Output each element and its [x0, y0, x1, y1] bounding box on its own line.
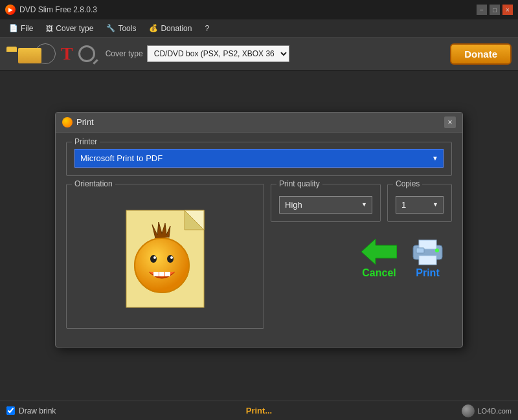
svg-rect-16 [416, 248, 424, 253]
copies-select-wrapper: 1 2 3 4 5 [396, 196, 444, 214]
document-preview-icon [113, 197, 217, 314]
printer-dropdown[interactable]: Microsoft Print to PDF Adobe PDF Microso… [74, 149, 444, 168]
open-folder-button[interactable] [6, 44, 30, 63]
dialog-close-button[interactable]: × [444, 116, 456, 128]
lo4d-logo: LO4D.com [462, 404, 512, 417]
cover-type-dropdown[interactable]: CD/DVD box (PSX, PS2, XBOX 360) Blu-ray … [147, 45, 289, 62]
text-tool-button[interactable]: T [61, 45, 73, 63]
folder-icon [6, 44, 30, 63]
menu-donation-label: Donation [161, 24, 192, 33]
orientation-box [74, 191, 256, 320]
sections-row: Orientation [66, 184, 452, 337]
printer-select-wrapper: Microsoft Print to PDF Adobe PDF Microso… [74, 149, 444, 168]
draw-brink-area: Draw brink [6, 406, 56, 415]
print-label: Print [416, 267, 439, 279]
lo4d-text: LO4D.com [477, 407, 512, 415]
menu-donation[interactable]: 💰 Donation [144, 22, 197, 35]
donation-menu-icon: 💰 [149, 24, 158, 32]
app-title: DVD Slim Free 2.8.0.3 [19, 5, 97, 14]
draw-brink-label: Draw brink [19, 406, 56, 415]
titlebar-left: ▶ DVD Slim Free 2.8.0.3 [5, 5, 97, 15]
cover-type-menu-icon: 🖼 [46, 25, 53, 32]
search-button[interactable] [78, 45, 95, 62]
dialog-overlay: Print × Printer Microsoft Print to PDF A… [0, 71, 518, 401]
svg-point-6 [167, 255, 174, 263]
svg-point-4 [135, 238, 189, 293]
svg-rect-10 [159, 272, 164, 276]
print-status-text: Print... [246, 406, 272, 415]
menubar: 📄 File 🖼 Cover type 🔧 Tools 💰 Donation ? [0, 19, 518, 38]
copies-label: Copies [393, 179, 422, 188]
quality-copies-row: Print quality High Medium Low Draft [271, 184, 452, 230]
print-dialog: Print × Printer Microsoft Print to PDF A… [55, 112, 463, 348]
titlebar-controls: − □ × [477, 5, 513, 15]
app-icon: ▶ [5, 5, 16, 15]
print-quality-select-wrapper: High Medium Low Draft [279, 196, 372, 214]
menu-help-label: ? [205, 24, 209, 33]
svg-point-5 [150, 255, 157, 263]
text-tool-icon: T [61, 45, 73, 63]
orientation-section: Orientation [66, 184, 264, 329]
print-quality-section: Print quality High Medium Low Draft [271, 184, 381, 222]
search-icon [78, 45, 95, 62]
svg-rect-15 [419, 256, 436, 265]
lo4d-ball-icon [462, 404, 475, 417]
right-column: Print quality High Medium Low Draft [271, 184, 452, 337]
dialog-title-icon [62, 117, 73, 127]
menu-help[interactable]: ? [199, 22, 214, 35]
draw-brink-checkbox[interactable] [6, 406, 15, 415]
file-menu-icon: 📄 [9, 24, 18, 32]
menu-cover-type-label: Cover type [56, 24, 93, 33]
orientation-label: Orientation [72, 179, 115, 188]
dialog-title-area: Print [62, 117, 94, 127]
dialog-body: Printer Microsoft Print to PDF Adobe PDF… [56, 133, 462, 347]
cover-type-label: Cover type [106, 49, 143, 58]
svg-point-7 [153, 256, 156, 259]
printer-action-icon [410, 238, 445, 266]
close-button[interactable]: × [502, 5, 513, 15]
dialog-actions: Cancel [271, 238, 452, 279]
printer-section-label: Printer [72, 137, 100, 146]
cancel-button[interactable]: Cancel [361, 238, 397, 279]
toolbar: T Cover type CD/DVD box (PSX, PS2, XBOX … [0, 38, 518, 71]
cancel-label: Cancel [362, 267, 396, 279]
print-button[interactable]: Print [410, 238, 445, 279]
menu-file-label: File [21, 24, 33, 33]
svg-marker-12 [361, 239, 397, 265]
printer-section: Printer Microsoft Print to PDF Adobe PDF… [66, 142, 452, 176]
menu-file[interactable]: 📄 File [4, 22, 38, 35]
menu-cover-type[interactable]: 🖼 Cover type [41, 22, 98, 35]
cancel-arrow-icon [361, 238, 397, 266]
menu-tools-label: Tools [118, 24, 136, 33]
svg-rect-9 [153, 272, 159, 276]
print-quality-label: Print quality [276, 179, 322, 188]
tools-menu-icon: 🔧 [106, 24, 115, 32]
print-quality-dropdown[interactable]: High Medium Low Draft [279, 196, 372, 214]
dialog-titlebar: Print × [56, 113, 462, 133]
copies-section: Copies 1 2 3 4 5 [387, 184, 452, 222]
donate-button[interactable]: Donate [450, 43, 512, 65]
svg-point-17 [435, 249, 439, 252]
menu-tools[interactable]: 🔧 Tools [101, 22, 141, 35]
svg-point-8 [170, 256, 173, 259]
cover-type-section: Cover type CD/DVD box (PSX, PS2, XBOX 36… [106, 45, 289, 62]
statusbar: Draw brink Print... LO4D.com [0, 401, 518, 420]
copies-dropdown[interactable]: 1 2 3 4 5 [396, 196, 444, 214]
maximize-button[interactable]: □ [490, 5, 500, 15]
main-area: Print × Printer Microsoft Print to PDF A… [0, 71, 518, 401]
minimize-button[interactable]: − [477, 5, 487, 15]
titlebar: ▶ DVD Slim Free 2.8.0.3 − □ × [0, 0, 518, 19]
dialog-title-text: Print [76, 117, 94, 127]
svg-rect-11 [165, 272, 170, 276]
